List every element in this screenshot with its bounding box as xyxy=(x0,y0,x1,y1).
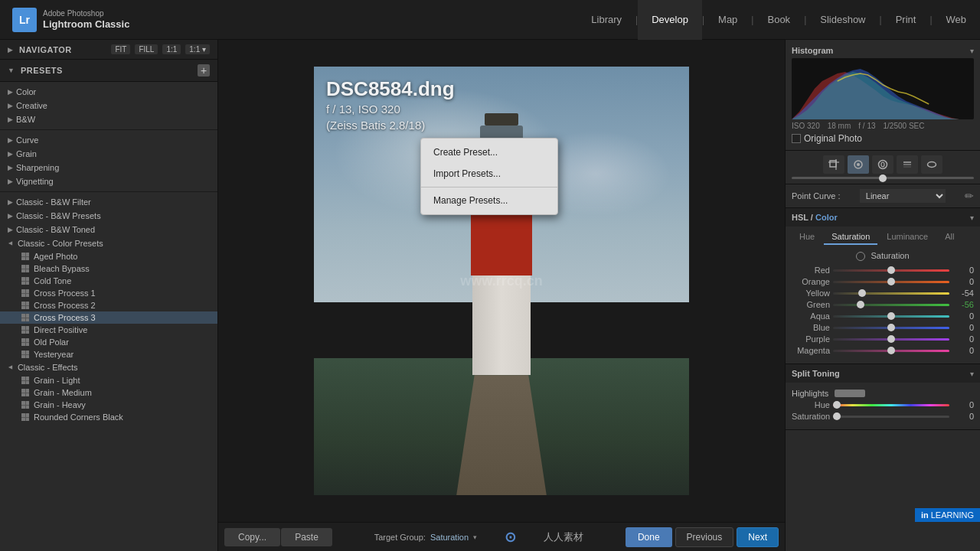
hsl-tab-luminance[interactable]: Luminance xyxy=(879,230,936,245)
preset-group-color-label: Color xyxy=(16,87,36,96)
crop-icon xyxy=(828,159,839,170)
nav-slideshow[interactable]: Slideshow xyxy=(806,0,879,40)
prev-next-group: Previous Next xyxy=(675,527,779,547)
hsl-value-blue: 0 xyxy=(952,323,974,332)
chevron-right-icon: ▶ xyxy=(8,136,13,144)
preset-grain-light[interactable]: Grain - Light xyxy=(0,374,217,386)
preset-group-bw-label: B&W xyxy=(16,115,35,124)
nav-print[interactable]: Print xyxy=(882,0,930,40)
svg-point-5 xyxy=(879,161,887,169)
chevron-right-icon: ▶ xyxy=(8,178,13,185)
create-preset-item[interactable]: Create Preset... xyxy=(421,142,557,163)
fit-btn[interactable]: FIT xyxy=(111,44,130,54)
classic-bw-filter-header[interactable]: ▶ Classic - B&W Filter xyxy=(0,195,217,209)
import-presets-item[interactable]: Import Presets... xyxy=(421,163,557,184)
preset-direct-positive[interactable]: Direct Positive xyxy=(0,324,217,336)
hsl-label-aqua: Aqua xyxy=(792,311,830,321)
previous-button[interactable]: Previous xyxy=(675,527,734,547)
preset-aged-photo[interactable]: Aged Photo xyxy=(0,250,217,262)
hsl-slider-green[interactable] xyxy=(833,304,949,306)
manage-presets-item[interactable]: Manage Presets... xyxy=(421,190,557,211)
fill-btn[interactable]: FILL xyxy=(135,44,158,54)
red-eye-icon xyxy=(877,159,888,170)
hsl-slider-red[interactable] xyxy=(833,269,949,272)
highlights-swatch[interactable] xyxy=(835,390,865,397)
preset-cross-process-1[interactable]: Cross Process 1 xyxy=(0,287,217,299)
next-button[interactable]: Next xyxy=(737,527,779,547)
preset-cross-process-3[interactable]: Cross Process 3 xyxy=(0,311,217,324)
crop-tool[interactable] xyxy=(823,155,844,174)
preset-group-creative-header[interactable]: ▶ Creative xyxy=(0,99,217,112)
nav-develop[interactable]: Develop xyxy=(638,0,702,40)
hsl-slider-aqua[interactable] xyxy=(833,315,949,318)
original-photo-checkbox[interactable] xyxy=(792,134,801,143)
nav-library[interactable]: Library xyxy=(577,0,635,40)
done-button[interactable]: Done xyxy=(626,527,672,547)
classic-color-presets-label: Classic - Color Presets xyxy=(18,239,103,248)
preset-curve-header[interactable]: ▶ Curve xyxy=(0,133,217,147)
preset-group-color-header[interactable]: ▶ Color xyxy=(0,85,217,99)
preset-vignetting-label: Vignetting xyxy=(16,177,54,186)
svg-point-10 xyxy=(928,162,936,168)
nav-web[interactable]: Web xyxy=(933,0,981,40)
classic-effects-header[interactable]: ▼ Classic - Effects xyxy=(0,360,217,374)
nav-book[interactable]: Book xyxy=(753,0,804,40)
preset-old-polar[interactable]: Old Polar xyxy=(0,336,217,348)
svg-point-4 xyxy=(857,163,860,166)
one-to-one-btn[interactable]: 1:1 xyxy=(162,44,181,54)
main-layout: ▶ Navigator FIT FILL 1:1 1:1 ▾ ▼ Presets… xyxy=(0,40,980,551)
chevron-down-icon: ▼ xyxy=(7,364,15,371)
hsl-slider-magenta[interactable] xyxy=(833,350,949,352)
preset-vignetting-header[interactable]: ▶ Vignetting xyxy=(0,174,217,188)
hsl-value-red: 0 xyxy=(952,266,974,275)
hsl-tab-all[interactable]: All xyxy=(937,230,962,245)
preset-cold-tone[interactable]: Cold Tone xyxy=(0,275,217,287)
hsl-value-magenta: 0 xyxy=(952,346,974,355)
histogram-header: Histogram ▾ xyxy=(792,46,974,55)
preset-icon xyxy=(21,338,29,346)
target-group-value: Saturation xyxy=(430,533,469,542)
preset-yesteryear[interactable]: Yesteryear xyxy=(0,348,217,360)
paste-button[interactable]: Paste xyxy=(281,528,332,546)
hsl-tab-saturation[interactable]: Saturation xyxy=(824,230,877,245)
classic-bw-presets-header[interactable]: ▶ Classic - B&W Presets xyxy=(0,209,217,223)
graduated-filter-tool[interactable] xyxy=(897,155,918,174)
ratio-btn[interactable]: 1:1 ▾ xyxy=(185,44,210,54)
st-hue-slider[interactable] xyxy=(833,404,949,406)
hsl-slider-purple[interactable] xyxy=(833,338,949,341)
spot-removal-tool[interactable] xyxy=(848,155,869,174)
split-toning-header: Split Toning ▾ xyxy=(786,364,980,383)
hsl-label-red: Red xyxy=(792,266,830,275)
preset-group-creative-label: Creative xyxy=(16,101,47,110)
radial-filter-tool[interactable] xyxy=(921,155,942,174)
preset-grain-heavy[interactable]: Grain - Heavy xyxy=(0,399,217,411)
right-panel: Histogram ▾ ISO 320 18 mm f xyxy=(785,40,980,551)
add-preset-btn[interactable]: + xyxy=(198,64,210,77)
preset-icon xyxy=(21,401,29,409)
copy-button[interactable]: Copy... xyxy=(224,528,280,546)
preset-group-bw-header[interactable]: ▶ B&W xyxy=(0,112,217,126)
nav-map[interactable]: Map xyxy=(704,0,751,40)
hsl-slider-orange[interactable] xyxy=(833,281,949,283)
classic-bw-toned-header[interactable]: ▶ Classic - B&W Toned xyxy=(0,223,217,236)
preset-rounded-corners[interactable]: Rounded Corners Black xyxy=(0,411,217,423)
preset-grain-medium[interactable]: Grain - Medium xyxy=(0,386,217,399)
hsl-label-purple: Purple xyxy=(792,334,830,344)
preset-grain-header[interactable]: ▶ Grain xyxy=(0,147,217,161)
hsl-tab-hue[interactable]: Hue xyxy=(792,230,822,245)
preset-cross-process-2[interactable]: Cross Process 2 xyxy=(0,299,217,311)
red-eye-tool[interactable] xyxy=(872,155,893,174)
image-info-overlay: DSC8584.dng f / 13, ISO 320 (Zeiss Batis… xyxy=(326,77,455,132)
rrcc-logo: ⊙ xyxy=(505,529,516,546)
classic-color-presets-header[interactable]: ▼ Classic - Color Presets xyxy=(0,236,217,250)
preset-bleach-bypass[interactable]: Bleach Bypass xyxy=(0,262,217,275)
edit-icon[interactable]: ✏ xyxy=(965,190,974,202)
point-curve-select[interactable]: Linear Medium Contrast Strong Contrast xyxy=(860,189,946,203)
hsl-slider-blue[interactable] xyxy=(833,327,949,329)
preset-sharpening-header[interactable]: ▶ Sharpening xyxy=(0,161,217,174)
chevron-right-icon: ▶ xyxy=(8,198,13,206)
presets-title: Presets xyxy=(21,66,193,75)
st-sat-slider[interactable] xyxy=(833,416,949,418)
tool-size-slider[interactable] xyxy=(792,177,974,179)
hsl-slider-yellow[interactable] xyxy=(833,292,949,295)
